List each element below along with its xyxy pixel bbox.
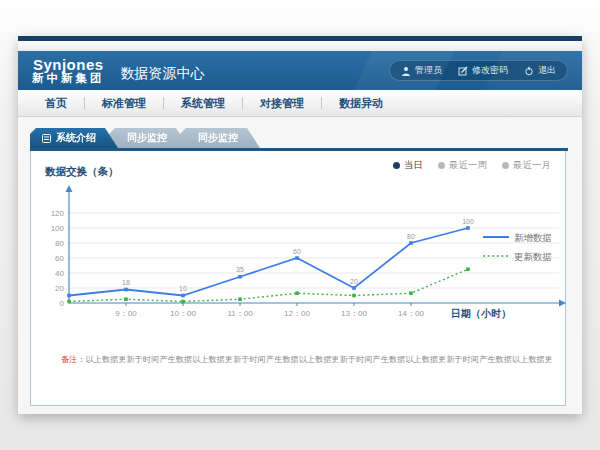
user-menu-logout[interactable]: 退出 [524, 64, 556, 77]
tab-sync-monitor-1[interactable]: 同步监控 [109, 128, 189, 148]
user-menu-change-password-label: 修改密码 [472, 64, 508, 77]
y-tick-label: 120 [51, 209, 65, 218]
data-point [409, 241, 413, 245]
x-tick-label: 13：00 [341, 309, 367, 318]
data-point [67, 294, 71, 298]
user-menu-admin-label: 管理员 [415, 64, 442, 77]
radio-dot-icon [438, 162, 445, 169]
tab-bar: 系统介绍 同步监控 同步监控 [18, 117, 582, 148]
user-menu: 管理员 修改密码 退出 [389, 60, 568, 81]
footnote: 备注：以上数据更新于时间产生数据以上数据更新于时间产生数据以上数据更新于时间产生… [61, 354, 553, 365]
tab-system-intro[interactable]: 系统介绍 [30, 128, 118, 148]
filter-label: 最近一月 [513, 159, 551, 172]
x-axis-arrow-icon [559, 300, 566, 307]
data-point [409, 291, 413, 295]
x-tick-label: 12：00 [284, 309, 310, 318]
data-point-label: 20 [350, 278, 358, 285]
window-gap-strip [18, 41, 582, 51]
data-point-label: 80 [407, 233, 415, 240]
user-menu-logout-label: 退出 [538, 64, 556, 77]
x-tick-label: 9：00 [115, 309, 137, 318]
y-tick-label: 80 [55, 239, 64, 248]
filter-option-today[interactable]: 当日 [393, 159, 423, 172]
data-point [466, 267, 470, 271]
footnote-text: 以上数据更新于时间产生数据以上数据更新于时间产生数据以上数据更新于时间产生数据以… [86, 355, 553, 364]
tab-label: 系统介绍 [56, 131, 96, 145]
data-point [295, 256, 299, 260]
logo-text-en: Synjones [32, 57, 105, 73]
data-point [466, 226, 470, 230]
data-point-label: 10 [179, 285, 187, 292]
filter-option-last-month[interactable]: 最近一月 [502, 159, 551, 172]
x-tick-label: 10：00 [170, 309, 196, 318]
tab-label: 同步监控 [198, 131, 238, 145]
data-point [352, 286, 356, 290]
data-point [238, 275, 242, 279]
content-area: 系统介绍 同步监控 同步监控 当日 最近一周 [18, 117, 582, 414]
data-point [181, 294, 185, 298]
data-point-label: 18 [122, 279, 130, 286]
radio-dot-icon [502, 162, 509, 169]
nav-item-home[interactable]: 首页 [28, 96, 84, 111]
app-window: Synjones 新中新集团 数据资源中心 管理员 修改密码 [18, 36, 582, 414]
logo: Synjones 新中新集团 [32, 57, 105, 85]
chart-panel: 当日 最近一周 最近一月 数据交换（条） 0204060801001209：00… [30, 151, 566, 406]
x-tick-label: 11：00 [227, 309, 253, 318]
data-point [67, 300, 71, 304]
chart-y-axis-title: 数据交换（条） [45, 165, 119, 179]
legend-label-0: 新增数据 [514, 232, 552, 243]
range-filters: 当日 最近一周 最近一月 [393, 159, 551, 172]
data-point [124, 288, 128, 292]
page-title: 数据资源中心 [121, 65, 205, 83]
x-axis-title: 日期（小时） [451, 308, 511, 319]
data-point [295, 291, 299, 295]
data-point [181, 300, 185, 304]
main-nav: 首页 标准管理 系统管理 对接管理 数据异动 [18, 90, 582, 117]
y-tick-label: 60 [55, 254, 64, 263]
tab-sync-monitor-2[interactable]: 同步监控 [180, 128, 260, 148]
data-point [352, 294, 356, 298]
y-axis-arrow-icon [66, 185, 73, 192]
data-point [238, 297, 242, 301]
footnote-prefix: 备注： [61, 355, 86, 364]
legend-label-1: 更新数据 [514, 251, 552, 262]
nav-item-data-change[interactable]: 数据异动 [322, 96, 400, 111]
x-tick-label: 14：00 [398, 309, 424, 318]
nav-item-system-mgmt[interactable]: 系统管理 [164, 96, 242, 111]
filter-label: 最近一周 [449, 159, 487, 172]
filter-label: 当日 [404, 159, 423, 172]
nav-item-interface-mgmt[interactable]: 对接管理 [243, 96, 321, 111]
edit-icon [458, 66, 468, 76]
document-icon [42, 134, 51, 143]
y-tick-label: 40 [55, 269, 64, 278]
user-icon [401, 66, 411, 76]
nav-item-standard-mgmt[interactable]: 标准管理 [85, 96, 163, 111]
data-point-label: 100 [462, 218, 474, 225]
chart-canvas: 0204060801001209：0010：0011：0012：0013：001… [31, 179, 567, 331]
app-header: Synjones 新中新集团 数据资源中心 管理员 修改密码 [18, 51, 582, 90]
y-tick-label: 20 [55, 284, 64, 293]
data-point [124, 297, 128, 301]
logo-text-cn: 新中新集团 [32, 72, 105, 84]
user-menu-change-password[interactable]: 修改密码 [458, 64, 508, 77]
y-tick-label: 100 [51, 224, 65, 233]
radio-dot-icon [393, 162, 400, 169]
tab-label: 同步监控 [127, 131, 167, 145]
user-menu-admin[interactable]: 管理员 [401, 64, 442, 77]
filter-option-last-week[interactable]: 最近一周 [438, 159, 487, 172]
data-point-label: 35 [236, 266, 244, 273]
y-tick-label: 0 [60, 299, 65, 308]
power-icon [524, 66, 534, 76]
data-point-label: 60 [293, 248, 301, 255]
